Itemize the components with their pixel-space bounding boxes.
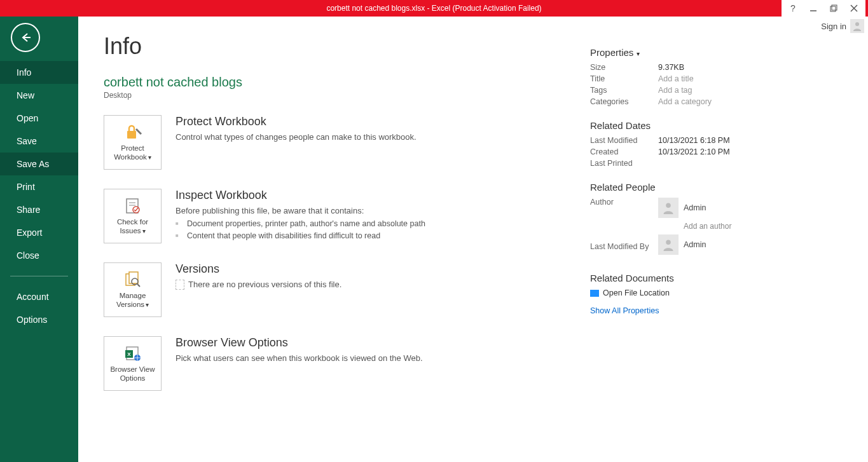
sidebar-divider <box>10 276 68 276</box>
versions-desc: There are no previous versions of this f… <box>188 280 341 289</box>
svg-rect-2 <box>832 5 837 10</box>
excel-web-icon: X <box>123 344 142 363</box>
sidebar-item-export[interactable]: Export <box>0 221 78 244</box>
chevron-down-icon: ▾ <box>146 301 149 308</box>
inspect-desc: Before publishing this file, be aware th… <box>176 206 425 215</box>
sidebar-item-options[interactable]: Options <box>0 308 78 331</box>
sidebar-item-save-as[interactable]: Save As <box>0 153 78 175</box>
inspect-item: Content that people with disabilities fi… <box>176 230 425 242</box>
sidebar-item-close[interactable]: Close <box>0 244 78 267</box>
lock-icon <box>123 123 142 142</box>
sidebar-item-share[interactable]: Share <box>0 198 78 221</box>
inspect-heading: Inspect Workbook <box>176 189 425 202</box>
titlebar: corbett not cached blogs.xlsx - Excel (P… <box>0 0 868 17</box>
svg-text:X: X <box>127 351 131 357</box>
protect-heading: Protect Workbook <box>176 115 417 128</box>
checklist-icon <box>123 196 142 215</box>
related-documents-heading: Related Documents <box>590 273 857 283</box>
person-avatar-icon <box>658 198 679 218</box>
svg-point-21 <box>666 240 671 245</box>
backstage-sidebar: Info New Open Save Save As Print Share E… <box>0 17 78 462</box>
prop-size: 9.37KB <box>658 63 684 72</box>
related-people-heading: Related People <box>590 182 857 193</box>
versions-heading: Versions <box>176 262 341 276</box>
properties-heading[interactable]: Properties ▾ <box>590 47 857 58</box>
check-for-issues-button[interactable]: Check for Issues▾ <box>104 189 162 243</box>
browser-desc: Pick what users can see when this workbo… <box>176 353 423 363</box>
restore-icon[interactable] <box>823 0 844 17</box>
svg-rect-1 <box>830 6 836 11</box>
svg-line-15 <box>137 284 140 287</box>
svg-rect-13 <box>129 272 138 283</box>
svg-point-20 <box>666 203 671 208</box>
prop-tags-input[interactable]: Add a tag <box>658 86 692 95</box>
minimize-icon[interactable] <box>803 0 823 17</box>
sidebar-item-open[interactable]: Open <box>0 107 78 130</box>
svg-rect-7 <box>127 131 136 139</box>
browser-view-options-button[interactable]: X Browser View Options <box>104 336 162 391</box>
chevron-down-icon: ▾ <box>637 50 640 57</box>
lastmodby-row[interactable]: Admin <box>658 234 706 255</box>
sidebar-item-print[interactable]: Print <box>0 175 78 198</box>
inspect-item: Document properties, printer path, autho… <box>176 218 425 230</box>
back-button[interactable] <box>11 23 40 52</box>
prop-created: 10/13/2021 2:10 PM <box>658 147 730 156</box>
add-author-button[interactable]: Add an author <box>684 222 731 231</box>
show-all-properties-link[interactable]: Show All Properties <box>590 306 659 315</box>
protect-workbook-button[interactable]: Protect Workbook▾ <box>104 115 162 170</box>
open-file-location-button[interactable]: Open File Location <box>590 289 857 297</box>
versions-icon <box>123 270 142 289</box>
prop-categories-input[interactable]: Add a category <box>658 97 712 106</box>
related-dates-heading: Related Dates <box>590 120 857 131</box>
manage-versions-button[interactable]: Manage Versions▾ <box>104 262 162 317</box>
browser-heading: Browser View Options <box>176 336 423 350</box>
sidebar-item-info[interactable]: Info <box>0 61 78 84</box>
chevron-down-icon: ▾ <box>142 228 146 234</box>
help-icon[interactable]: ? <box>783 0 803 17</box>
sidebar-item-save[interactable]: Save <box>0 130 78 153</box>
person-avatar-icon <box>658 234 679 255</box>
chevron-down-icon: ▾ <box>148 154 151 161</box>
prop-title-input[interactable]: Add a title <box>658 74 694 83</box>
author-row[interactable]: Admin <box>658 198 731 218</box>
prop-lastmod: 10/13/2021 6:18 PM <box>658 136 730 145</box>
folder-icon <box>590 290 599 297</box>
sidebar-item-account[interactable]: Account <box>0 285 78 308</box>
window-controls: ? <box>782 0 865 17</box>
sidebar-item-new[interactable]: New <box>0 84 78 107</box>
document-icon <box>176 280 184 290</box>
properties-panel: Properties ▾ Size9.37KB TitleAdd a title… <box>590 47 857 315</box>
protect-desc: Control what types of changes people can… <box>176 132 417 142</box>
close-icon[interactable] <box>844 0 864 17</box>
info-page: Info corbett not cached blogs Desktop Pr… <box>78 17 868 462</box>
window-title: corbett not cached blogs.xlsx - Excel (P… <box>0 0 868 17</box>
